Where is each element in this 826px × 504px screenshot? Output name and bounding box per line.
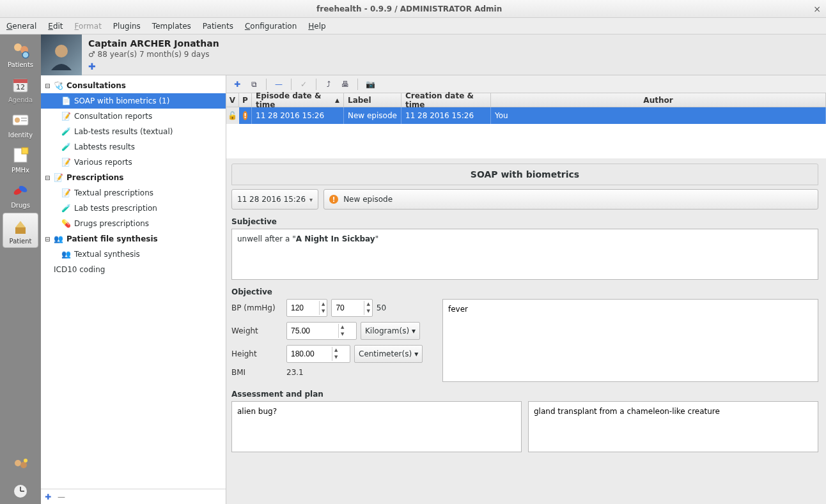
menu-templates[interactable]: Templates [152,22,191,31]
col-creation[interactable]: Creation date & time [401,93,491,107]
svg-point-16 [20,462,27,468]
spin-down-icon: ▼ [339,331,346,338]
tree-group-prescriptions[interactable]: ⊟📝Prescriptions [41,170,226,185]
cell-creation: 11 28 2016 15:26 [401,107,491,124]
tree-item-various[interactable]: 📝Various reports [41,155,226,170]
tree-item-textsynth[interactable]: 👥Textual synthesis [41,247,226,262]
menu-general[interactable]: General [6,22,36,31]
identity-icon [10,110,31,130]
svg-rect-14 [15,227,26,234]
rail-drugs[interactable]: Drugs [3,178,38,211]
objective-label: Objective [231,287,818,296]
patient-age: ♂ 88 year(s) 7 month(s) 9 days [88,50,820,59]
tree-panel: ⊟🩺Consultations 📄SOAP with biometrics (1… [41,75,226,504]
tree-item-labres[interactable]: 🧪Labtests results [41,139,226,155]
window-title: freehealth - 0.9.9 / ADMINISTRATOR Admin [5,4,813,13]
rail-pmhx[interactable]: PMHx [3,142,38,176]
cell-label: New episode [344,107,401,124]
rail-label: Agenda [8,96,33,103]
height-label: Height [231,349,283,358]
tree-item-reports[interactable]: 📝Consultation reports [41,109,226,124]
rail-patient[interactable]: Patient [3,213,38,248]
gender-icon: ♂ [88,50,95,59]
rail-clock[interactable] [3,478,38,504]
lock-icon: 🔓 [226,107,239,124]
users-icon [10,454,31,475]
copy-icon[interactable]: ⧉ [247,77,261,91]
tree-group-consultations[interactable]: ⊟🩺Consultations [41,78,226,93]
menu-configuration[interactable]: Configuration [245,22,297,31]
rail-agenda[interactable]: 12 Agenda [3,72,38,106]
col-v[interactable]: V [226,93,239,107]
check-icon[interactable]: ✓ [297,77,311,91]
bp-diastolic-input[interactable]: ▲▼ [331,299,372,317]
add-episode-icon[interactable]: ✚ [230,77,244,91]
rail-identity[interactable]: Identity [3,107,38,141]
close-icon[interactable]: × [813,4,821,14]
print-icon[interactable]: 🖶 [338,77,352,91]
rail-label: Patients [8,61,33,68]
cell-author: You [491,107,826,124]
weight-input[interactable]: ▲▼ [286,322,357,340]
episode-table-header: V P Episode date & time▲ Label Creation … [226,93,826,107]
left-rail: Patients 12 Agenda Identity PMHx Drugs P… [0,34,41,504]
episode-table-body: 🔓 ! 11 28 2016 15:26 New episode 11 28 2… [226,107,826,158]
episode-label-input[interactable]: ! New episode [323,189,818,210]
col-p[interactable]: P [239,93,252,107]
height-input[interactable]: ▲▼ [286,345,350,363]
patient-avatar [41,34,82,75]
tree-item-icd10[interactable]: ICD10 coding [41,262,226,277]
patient-name: Captain ARCHER Jonathan [88,38,820,49]
menu-plugins[interactable]: Plugins [113,22,141,31]
camera-icon[interactable]: 📷 [363,77,377,91]
spin-up-icon: ▲ [320,301,327,308]
priority-cell: ! [239,107,252,124]
rail-users[interactable] [3,452,38,477]
col-date[interactable]: Episode date & time▲ [252,93,344,107]
menu-format: Format [75,22,102,31]
spin-up-icon: ▲ [364,301,371,308]
spin-up-icon: ▲ [332,347,339,354]
tree-item-labpresc[interactable]: 🧪Lab tests prescription [41,201,226,216]
priority-icon: ! [329,195,338,204]
priority-icon: ! [243,111,247,120]
patient-icon [10,216,31,236]
objective-notes-textarea[interactable]: fever [442,299,818,382]
height-unit-select[interactable]: Centimeter(s)▾ [354,345,423,363]
tree-item-drugpresc[interactable]: 💊Drugs prescriptions [41,216,226,231]
tree-remove-icon[interactable]: — [58,493,65,501]
weight-label: Weight [231,326,283,335]
spin-down-icon: ▼ [320,308,327,315]
menu-help[interactable]: Help [308,22,325,31]
svg-rect-11 [22,148,28,154]
rail-label: Identity [8,132,33,139]
table-row[interactable]: 🔓 ! 11 28 2016 15:26 New episode 11 28 2… [226,107,826,124]
chevron-down-icon: ▾ [309,196,313,203]
assessment-label: Assessment and plan [231,390,818,399]
menu-edit[interactable]: Edit [48,22,63,31]
menu-patients[interactable]: Patients [203,22,233,31]
plan-textarea[interactable]: gland transplant from a chameleon-like c… [528,401,818,452]
datetime-select[interactable]: 11 28 2016 15:26 ▾ [231,189,318,210]
bp-systolic-input[interactable]: ▲▼ [286,299,327,317]
tree-item-soap[interactable]: 📄SOAP with biometrics (1) [41,93,226,109]
tree-group-synthesis[interactable]: ⊟👥Patient file synthesis [41,231,226,247]
col-label[interactable]: Label [344,93,401,107]
weight-unit-select[interactable]: Kilogram(s)▾ [361,322,420,340]
col-author[interactable]: Author [491,93,826,107]
subjective-textarea[interactable]: unwell after a "A Night In Sickbay" [231,229,818,280]
tree-item-labtext[interactable]: 🧪Lab-tests results (textual) [41,124,226,139]
titlebar: freehealth - 0.9.9 / ADMINISTRATOR Admin… [0,0,826,18]
remove-icon[interactable]: — [272,77,286,91]
export-icon[interactable]: ⤴ [322,77,336,91]
cell-date: 11 28 2016 15:26 [252,107,344,124]
tree-add-icon[interactable]: ✚ [45,493,51,501]
tree-item-textpresc[interactable]: 📝Textual prescriptions [41,185,226,201]
assessment-textarea[interactable]: alien bug? [231,401,522,452]
add-patient-action-icon[interactable]: ✚ [88,61,820,72]
patients-icon [10,40,31,60]
form-title: SOAP with biometrics [231,164,818,185]
svg-text:12: 12 [16,83,25,91]
svg-point-2 [22,52,29,58]
rail-patients[interactable]: Patients [3,37,38,71]
